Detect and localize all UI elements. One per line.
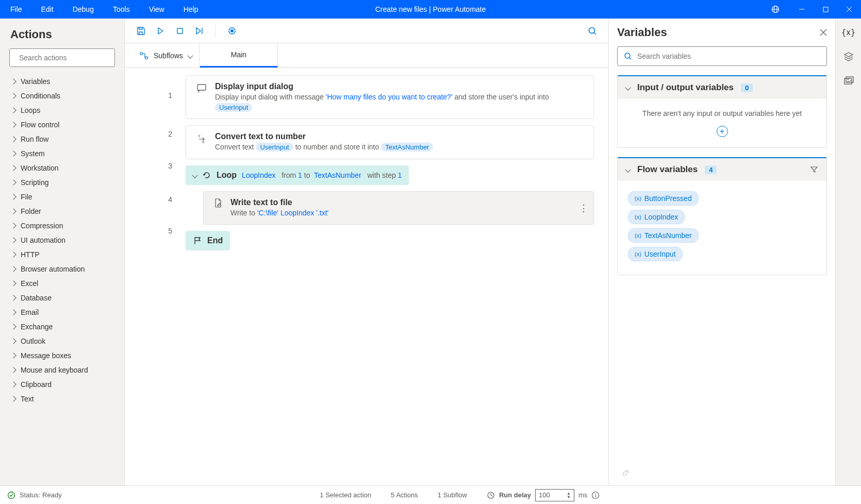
chevron-right-icon	[10, 208, 16, 214]
chevron-right-icon	[10, 194, 16, 199]
flow-variable-item[interactable]: (x) LoopIndex	[628, 210, 816, 224]
more-options-button[interactable]: ⋮	[579, 203, 588, 214]
flow-variable-item[interactable]: (x) UserInput	[628, 247, 816, 261]
action-group-browser-automation[interactable]: Browser automation	[7, 262, 117, 276]
chevron-right-icon	[10, 93, 16, 98]
flow-variables-section: Flow variables 4 (x) ButtonPressed(x) Lo…	[617, 157, 827, 275]
actions-list[interactable]: VariablesConditionalsLoopsFlow controlRu…	[0, 73, 124, 479]
action-group-mouse-and-keyboard[interactable]: Mouse and keyboard	[7, 363, 117, 377]
close-button[interactable]	[837, 0, 861, 19]
layers-icon[interactable]	[843, 52, 854, 62]
action-group-label: Excel	[21, 279, 38, 288]
delay-label: Run delay	[499, 491, 531, 499]
action-group-label: Clipboard	[21, 380, 52, 389]
variables-search-input[interactable]	[637, 52, 820, 60]
action-group-clipboard[interactable]: Clipboard	[7, 377, 117, 392]
action-group-excel[interactable]: Excel	[7, 276, 117, 291]
flow-variable-item[interactable]: (x) TextAsNumber	[628, 228, 816, 243]
stop-button[interactable]	[171, 22, 189, 40]
action-group-folder[interactable]: Folder	[7, 204, 117, 219]
window-title: Create new files | Power Automate	[375, 5, 486, 13]
check-circle-icon	[7, 491, 15, 499]
info-icon[interactable]	[591, 491, 600, 499]
images-icon[interactable]	[843, 76, 854, 86]
action-group-run-flow[interactable]: Run flow	[7, 132, 117, 146]
action-group-flow-control[interactable]: Flow control	[7, 117, 117, 132]
action-group-ui-automation[interactable]: UI automation	[7, 233, 117, 247]
action-group-file[interactable]: File	[7, 190, 117, 204]
step-loop[interactable]: Loop LoopIndex from 1 to TextAsNumber wi…	[186, 165, 409, 185]
svg-point-16	[145, 56, 148, 59]
action-group-loops[interactable]: Loops	[7, 103, 117, 117]
action-group-outlook[interactable]: Outlook	[7, 334, 117, 348]
step-title: End	[207, 236, 223, 245]
chevron-down-icon	[625, 166, 631, 172]
svg-point-30	[595, 493, 597, 494]
search-icon	[588, 26, 597, 36]
action-group-email[interactable]: Email	[7, 305, 117, 320]
action-group-label: Run flow	[21, 135, 48, 143]
tab-main[interactable]: Main	[200, 43, 278, 68]
step-button[interactable]	[191, 22, 208, 40]
step-end[interactable]: End	[186, 231, 230, 250]
eraser-icon[interactable]	[621, 467, 631, 476]
subflows-count: 1 Subflow	[438, 491, 467, 499]
subflows-dropdown[interactable]: Subflows	[132, 43, 200, 68]
line-number: 5	[139, 220, 186, 242]
close-icon[interactable]	[820, 29, 827, 36]
actions-search-box[interactable]	[9, 48, 115, 67]
menu-debug[interactable]: Debug	[70, 3, 97, 15]
selected-count: 1 Selected action	[320, 491, 371, 499]
menu-help[interactable]: Help	[180, 3, 202, 15]
variables-rail-button[interactable]: {x}	[841, 28, 855, 37]
action-group-http[interactable]: HTTP	[7, 247, 117, 262]
chevron-right-icon	[10, 150, 16, 156]
step-convert-text-to-number[interactable]: T# Convert text to number Convert text U…	[186, 125, 594, 159]
action-group-text[interactable]: Text	[7, 392, 117, 406]
actions-search-input[interactable]	[19, 54, 109, 62]
action-group-compression[interactable]: Compression	[7, 219, 117, 233]
action-group-conditionals[interactable]: Conditionals	[7, 89, 117, 103]
action-group-variables[interactable]: Variables	[7, 74, 117, 89]
status-text: Status: Ready	[20, 491, 62, 499]
section-title: Input / output variables	[637, 82, 734, 93]
flow-variables-header[interactable]: Flow variables 4	[618, 158, 826, 181]
step-display-input-dialog[interactable]: Display input dialog Display input dialo…	[186, 75, 594, 119]
variables-search-box[interactable]	[617, 46, 827, 66]
action-group-label: Mouse and keyboard	[21, 366, 88, 374]
clock-icon	[487, 491, 495, 499]
io-variables-header[interactable]: Input / output variables 0	[618, 76, 826, 99]
step-write-text-to-file[interactable]: Write text to file Write to 'C:\file' Lo…	[203, 191, 594, 225]
chevron-right-icon	[10, 223, 16, 228]
designer-search-button[interactable]	[584, 22, 601, 40]
record-button[interactable]	[223, 22, 241, 40]
save-button[interactable]	[132, 22, 150, 40]
menu-view[interactable]: View	[146, 3, 168, 15]
maximize-button[interactable]	[814, 0, 837, 19]
subflows-label: Subflows	[154, 52, 183, 60]
action-group-workstation[interactable]: Workstation	[7, 161, 117, 175]
add-variable-button[interactable]: +	[717, 126, 728, 137]
action-group-scripting[interactable]: Scripting	[7, 175, 117, 190]
file-write-icon	[213, 198, 223, 219]
menu-edit[interactable]: Edit	[38, 3, 57, 15]
menu-tools[interactable]: Tools	[110, 3, 133, 15]
menu-file[interactable]: File	[7, 3, 25, 15]
delay-input[interactable]: 100 ▲▼	[535, 489, 574, 501]
svg-point-13	[589, 27, 595, 33]
run-button[interactable]	[152, 22, 169, 40]
action-group-database[interactable]: Database	[7, 291, 117, 305]
collapse-chevron[interactable]	[192, 172, 197, 178]
status-bar: Status: Ready 1 Selected action 5 Action…	[0, 485, 861, 504]
environment-info[interactable]	[761, 5, 790, 13]
minimize-button[interactable]	[790, 0, 814, 19]
action-group-exchange[interactable]: Exchange	[7, 320, 117, 334]
flow-canvas[interactable]: 1 2 3 4 5 Display input dialog Display i…	[125, 68, 608, 485]
action-group-label: Scripting	[21, 178, 48, 187]
section-title: Flow variables	[637, 164, 698, 175]
flow-variable-item[interactable]: (x) ButtonPressed	[628, 191, 816, 206]
action-group-message-boxes[interactable]: Message boxes	[7, 348, 117, 363]
action-group-system[interactable]: System	[7, 146, 117, 161]
svg-point-15	[140, 52, 143, 55]
filter-icon[interactable]	[810, 165, 818, 174]
